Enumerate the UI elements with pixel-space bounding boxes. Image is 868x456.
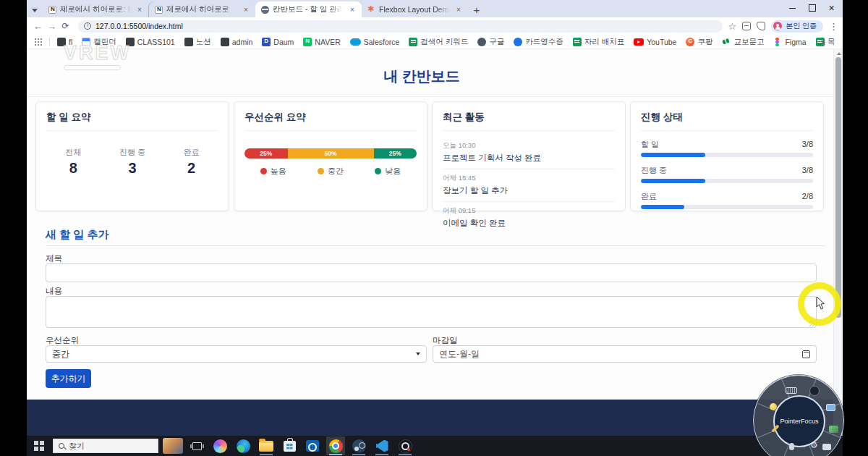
taskbar-app-store[interactable]: [280, 436, 299, 455]
taskbar-app-obs[interactable]: [396, 436, 414, 455]
bookmark-item[interactable]: fl: [57, 38, 72, 46]
speech-bubble-icon[interactable]: [822, 444, 831, 450]
microphone-icon[interactable]: [789, 443, 794, 450]
browser-tab[interactable]: Flexbox Layout Demo and Ali: [362, 1, 468, 17]
activity-time: 어제 15:45: [443, 174, 615, 183]
close-icon[interactable]: [822, 0, 841, 16]
bookmark-label: 카드영수증: [525, 37, 563, 47]
progress-track: [641, 179, 813, 183]
tab-close-icon[interactable]: [454, 4, 464, 14]
bookmark-item[interactable]: NAVER: [303, 38, 340, 46]
window-tool-icon[interactable]: [826, 404, 835, 411]
taskbar-app-outlook[interactable]: [303, 436, 322, 455]
tab-close-icon[interactable]: [241, 4, 251, 14]
screen: 제로에서 히어로로: 칸반보드 제로에서 히어로로 칸반보드 - 할 일 관리: [0, 0, 868, 456]
browser-tab[interactable]: 제로에서 히어로로: 칸반보드: [43, 1, 149, 17]
bookmark-item[interactable]: 구글: [477, 37, 504, 47]
reload-icon[interactable]: [59, 20, 72, 33]
browser-tab[interactable]: 제로에서 히어로로: [149, 1, 255, 17]
maximize-icon[interactable]: [802, 0, 822, 16]
image-tool-icon[interactable]: [829, 426, 838, 433]
tab-close-icon[interactable]: [135, 4, 145, 14]
taskbar-app-explorer[interactable]: [257, 436, 276, 455]
bookmark-item[interactable]: Salesforce: [350, 38, 400, 46]
apps-grid-icon[interactable]: [34, 38, 42, 46]
taskbar-app-steam[interactable]: [349, 436, 368, 455]
widgets-spotlight-icon[interactable]: [163, 438, 183, 454]
taskbar-app-edge[interactable]: [234, 436, 252, 455]
bookmark-item[interactable]: 교보문고: [722, 37, 764, 47]
card-title: 최근 활동: [443, 111, 615, 131]
pen-tool-icon[interactable]: [809, 386, 820, 396]
address-bar[interactable]: 127.0.0.1:5500/index.html: [78, 20, 723, 33]
save-card-icon[interactable]: [742, 22, 751, 30]
taskbar-app-chrome[interactable]: [326, 436, 345, 455]
bookmark-label: 교보문고: [733, 37, 764, 47]
vertical-scrollbar[interactable]: [833, 49, 843, 436]
calendar-icon[interactable]: [802, 350, 810, 358]
bookmark-label: 캘린더: [93, 37, 116, 47]
start-button[interactable]: [30, 436, 48, 455]
bookmark-item[interactable]: YouTube: [634, 38, 676, 46]
bookmarks-overflow-icon[interactable]: [820, 37, 825, 47]
bookmark-label: 자리 배치표: [584, 37, 624, 47]
tab-title: 칸반보드 - 할 일 관리: [273, 4, 344, 14]
legend-dot-icon: [375, 168, 381, 174]
scroll-up-icon[interactable]: [837, 52, 841, 55]
bookmark-item[interactable]: 자리 배치표: [573, 37, 624, 47]
taskbar-app-vscode[interactable]: [373, 436, 391, 455]
title-input[interactable]: [46, 263, 817, 282]
content-textarea[interactable]: [46, 296, 817, 328]
bookmark-item[interactable]: 쿠팡: [686, 37, 712, 47]
progress-row: 할 일 3/8: [641, 139, 813, 157]
gear-icon[interactable]: [810, 440, 818, 450]
card-priority-summary: 우선순위 요약 25% 50% 25% 높음: [234, 101, 427, 211]
add-task-button[interactable]: 추가하기: [46, 369, 91, 388]
forward-icon[interactable]: [45, 20, 59, 33]
browser-menu-icon[interactable]: [829, 20, 838, 33]
bookmark-item[interactable]: Figma: [773, 38, 806, 46]
divider: [27, 96, 833, 97]
bookmark-item[interactable]: 노션: [184, 37, 211, 47]
browser-tab[interactable]: 칸반보드 - 할 일 관리: [255, 1, 362, 17]
site-info-icon[interactable]: [84, 22, 91, 30]
browser-tab-strip: 제로에서 히어로로: 칸반보드 제로에서 히어로로 칸반보드 - 할 일 관리: [27, 0, 843, 17]
bookmark-item[interactable]: 캘린더: [82, 37, 116, 47]
priority-select[interactable]: 중간: [46, 345, 427, 363]
bookmark-item[interactable]: CLASS101: [126, 38, 175, 46]
priority-legend: 높음 중간 낮음: [244, 166, 417, 177]
bookmark-favicon-icon: [221, 38, 229, 46]
scrollbar-thumb[interactable]: [835, 57, 841, 318]
edge-icon: [237, 439, 250, 453]
activity-item: 오늘 10:30 프로젝트 기획서 작성 완료: [443, 137, 615, 169]
back-icon[interactable]: [31, 20, 45, 33]
extensions-icon[interactable]: [757, 22, 765, 30]
bookmark-label: admin: [232, 38, 253, 46]
taskbar-search[interactable]: 찾기: [53, 439, 158, 453]
bookmark-star-icon[interactable]: [728, 20, 737, 33]
activity-item: 어제 15:45 장보기 할 일 추가: [443, 169, 615, 202]
bookmark-item[interactable]: 검색어 키워드: [409, 37, 468, 47]
tab-close-icon[interactable]: [347, 4, 357, 14]
card-title: 할 일 요약: [46, 111, 218, 131]
minimize-icon[interactable]: [783, 0, 802, 16]
legend-label: 낮음: [385, 166, 401, 177]
bookmark-item[interactable]: admin: [221, 38, 253, 46]
taskbar-app-copilot[interactable]: [210, 436, 229, 455]
card-title: 우선순위 요약: [244, 111, 417, 131]
due-date-input[interactable]: 연도-월-일: [433, 345, 817, 363]
profile-chip[interactable]: 본인 인증: [771, 20, 823, 33]
card-todo-summary: 할 일 요약 전체 8 진행 중 3: [35, 101, 229, 211]
tab-title: 제로에서 히어로로: 칸반보드: [60, 4, 131, 14]
tab-title: 제로에서 히어로로: [166, 4, 237, 14]
task-view-button[interactable]: [187, 436, 206, 455]
progress-fill: [641, 153, 705, 157]
bookmark-item[interactable]: Daum: [262, 38, 294, 46]
bookmark-item[interactable]: 카드영수증: [514, 37, 563, 47]
keyboard-icon[interactable]: [786, 387, 797, 394]
new-tab-button[interactable]: [468, 1, 485, 17]
bulb-icon[interactable]: [770, 403, 777, 410]
bookmark-item[interactable]: 목표: [816, 37, 835, 47]
bookmark-favicon-icon: [686, 38, 694, 46]
tab-search-button[interactable]: [27, 3, 43, 17]
